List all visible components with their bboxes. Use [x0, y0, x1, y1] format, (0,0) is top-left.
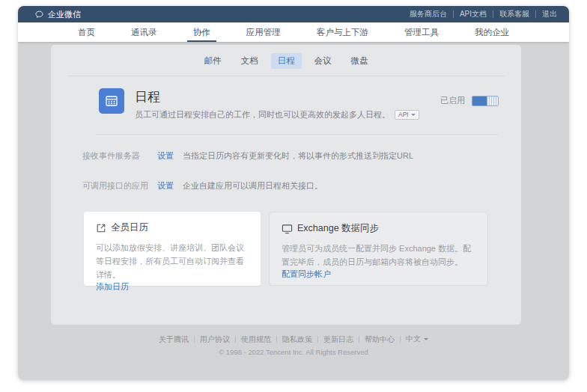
tab-docs[interactable]: 文档	[234, 53, 265, 69]
footer-link-changelog[interactable]: 更新日志	[318, 336, 359, 343]
api-badge-label: API	[398, 111, 409, 119]
header-divider	[96, 134, 499, 135]
footer-link-usage-rules[interactable]: 使用规范	[236, 336, 277, 343]
card-title: 全员日历	[111, 221, 148, 234]
nav-item-home[interactable]: 首页	[72, 22, 101, 42]
feature-cards: 全员日历 可以添加放假安排、讲座培训、团队会议等日程安排，所有员工可自动订阅并查…	[84, 212, 488, 286]
setting-label: 接收事件服务器	[82, 150, 157, 162]
setting-row-callback-server: 接收事件服务器 设置 当指定日历内容有更新变化时，将以事件的形式推送到指定URL	[82, 150, 499, 162]
language-selector[interactable]: 中文	[401, 334, 434, 344]
nav-item-admin-tools[interactable]: 管理工具	[398, 22, 445, 42]
tab-mail[interactable]: 邮件	[198, 53, 228, 69]
content-area: 邮件 文档 日程 会议 微盘	[18, 42, 569, 380]
tabs-divider	[67, 76, 505, 76]
app-status: 已启用	[440, 95, 499, 106]
topbar-link-contact-support[interactable]: 联系客服	[493, 10, 536, 18]
topbar-link-api-docs[interactable]: API文档	[454, 10, 493, 18]
tab-meeting[interactable]: 会议	[308, 53, 338, 69]
toggle-handle	[487, 97, 498, 105]
configure-sync-account-link[interactable]: 配置同步帐户	[282, 269, 475, 280]
page-title: 日程	[135, 88, 419, 105]
nav-item-collaboration[interactable]: 协作	[187, 22, 216, 42]
setting-label: 可调用接口的应用	[82, 180, 157, 192]
tab-schedule[interactable]: 日程	[271, 53, 302, 69]
chevron-down-icon	[411, 114, 416, 116]
nav-item-contacts[interactable]: 通讯录	[125, 22, 163, 42]
api-dropdown-badge[interactable]: API	[395, 110, 419, 120]
topbar-links: 服务商后台 API文档 联系客服 退出	[404, 10, 559, 18]
footer-link-about[interactable]: 关于腾讯	[153, 336, 195, 343]
setting-row-api-apps: 可调用接口的应用 设置 企业自建应用可以调用日程相关接口。	[82, 180, 499, 192]
brand-home-link[interactable]: 企业微信	[34, 9, 81, 20]
footer-link-user-agreement[interactable]: 用户协议	[195, 336, 236, 343]
card-description: 可以添加放假安排、讲座培训、团队会议等日程安排，所有员工可自动订阅并查看详情。	[96, 241, 249, 281]
app-window: 企业微信 服务商后台 API文档 联系客服 退出 首页 通讯录 协作 应用管理 …	[18, 6, 569, 380]
app-description: 员工可通过日程安排自己的工作，同时也可以更高效的发起多人日程。	[135, 109, 390, 120]
api-apps-settings-link[interactable]: 设置	[157, 180, 174, 192]
status-label: 已启用	[440, 95, 465, 106]
chat-bubble-icon	[34, 10, 44, 19]
monitor-sync-icon	[282, 224, 293, 234]
enabled-toggle[interactable]	[472, 96, 499, 106]
language-label: 中文	[406, 334, 421, 344]
callback-server-settings-link[interactable]: 设置	[157, 150, 174, 162]
copyright-text: © 1998 - 2022 Tencent Inc. All Rights Re…	[18, 348, 569, 356]
page-footer: 关于腾讯 用户协议 使用规范 隐私政策 更新日志 帮助中心 中文 © 1998 …	[18, 334, 569, 356]
setting-description: 当指定日历内容有更新变化时，将以事件的形式推送到指定URL	[183, 150, 413, 162]
app-info: 日程 员工可通过日程安排自己的工作，同时也可以更高效的发起多人日程。 API	[135, 88, 419, 120]
app-header: 日程 员工可通过日程安排自己的工作，同时也可以更高效的发起多人日程。 API 已…	[99, 88, 499, 120]
card-company-calendar: 全员日历 可以添加放假安排、讲座培训、团队会议等日程安排，所有员工可自动订阅并查…	[84, 212, 261, 286]
nav-item-my-company[interactable]: 我的企业	[469, 22, 515, 42]
schedule-settings-panel: 邮件 文档 日程 会议 微盘	[51, 45, 521, 325]
chevron-down-icon	[424, 338, 428, 340]
nav-item-app-management[interactable]: 应用管理	[240, 22, 287, 42]
footer-link-help-center[interactable]: 帮助中心	[359, 336, 401, 343]
brand-label: 企业微信	[48, 9, 81, 20]
shared-calendar-icon	[96, 223, 106, 233]
card-title: Exchange 数据同步	[297, 222, 379, 235]
card-description: 管理员可为成员统一配置并同步 Exchange 数据。配置完毕后，成员的日历与邮…	[282, 242, 475, 269]
topbar-link-logout[interactable]: 退出	[536, 10, 559, 18]
card-exchange-sync: Exchange 数据同步 管理员可为成员统一配置并同步 Exchange 数据…	[269, 212, 488, 286]
add-calendar-link[interactable]: 添加日历	[96, 281, 249, 293]
topbar-link-provider-console[interactable]: 服务商后台	[404, 10, 454, 18]
main-nav: 首页 通讯录 协作 应用管理 客户与上下游 管理工具 我的企业	[18, 22, 569, 42]
tab-drive[interactable]: 微盘	[344, 53, 375, 69]
footer-links: 关于腾讯 用户协议 使用规范 隐私政策 更新日志 帮助中心 中文	[18, 334, 569, 344]
nav-item-customers[interactable]: 客户与上下游	[311, 22, 374, 42]
calendar-app-icon	[99, 88, 124, 114]
collaboration-subtabs: 邮件 文档 日程 会议 微盘	[51, 45, 521, 69]
setting-description: 企业自建应用可以调用日程相关接口。	[183, 180, 323, 192]
top-bar: 企业微信 服务商后台 API文档 联系客服 退出	[18, 6, 569, 22]
footer-link-privacy-policy[interactable]: 隐私政策	[277, 336, 318, 343]
